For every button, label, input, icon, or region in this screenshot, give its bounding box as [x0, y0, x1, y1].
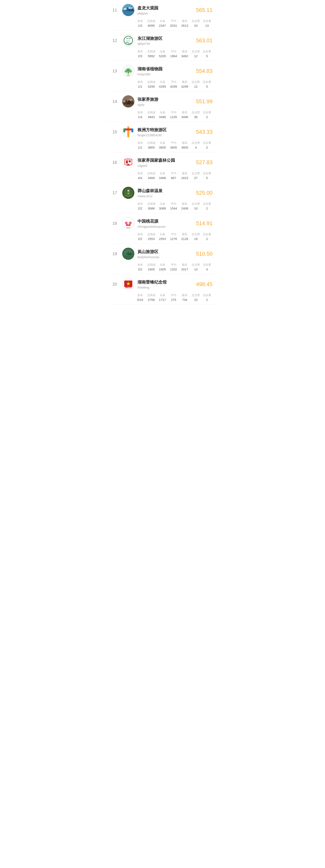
stat-toutiao: 头条 1717 — [157, 293, 168, 302]
stat-value-zongdianzhan: 4 — [190, 146, 201, 149]
avatar: 东江湖 旅游景区 — [122, 34, 135, 47]
name-zh: 株洲方特旅游区 — [137, 127, 194, 133]
name-en: langshanlvyouqu — [137, 255, 194, 259]
stats-row: 发布 1/3 总阅读 6095 头条 2347 平均 2031 最高 2613 … — [112, 19, 213, 27]
stat-label-fabu: 发布 — [135, 80, 145, 84]
stat-label-zongyuedu: 总阅读 — [145, 50, 157, 54]
stat-value-toutiao: 3496 — [157, 115, 168, 119]
stat-value-zuigao: 734 — [179, 298, 190, 302]
stat-value-zongzaikan: 2 — [201, 298, 213, 302]
list-item-12: 12 东江湖 旅游景区 东江湖旅游区 djhly0735 563.01 发布 2… — [108, 30, 217, 61]
avatar: 桃花源 — [122, 217, 135, 229]
stat-zongdianzhan: 总点赞 36 — [190, 111, 201, 119]
stat-label-pingjun: 平均 — [168, 141, 179, 145]
stats-row: 发布 5/10 总阅读 2756 头条 1717 平均 275 最高 734 总… — [112, 293, 213, 302]
stat-zongyuedu: 总阅读 4299 — [145, 80, 157, 88]
stats-row: 发布 2/2 总阅读 3088 头条 3088 平均 1544 最高 2408 … — [112, 202, 213, 210]
stat-value-pingjun: 867 — [168, 176, 179, 180]
stat-zongdianzhan: 总点赞 43 — [190, 19, 201, 27]
stat-label-zongyuedu: 总阅读 — [145, 293, 157, 297]
stat-label-zongyuedu: 总阅读 — [145, 172, 157, 175]
list-item-20: 20 雷锋纪念馆 湖南雷锋纪念馆 hnleifeng 498.45 发布 5/1… — [108, 274, 217, 305]
name-en: zjjwly — [137, 103, 194, 106]
stat-label-zongdianzhan: 总点赞 — [190, 80, 201, 84]
stat-value-zongdianzhan: 12 — [190, 85, 201, 88]
avatar — [122, 247, 135, 260]
list-item-16: 16 张家界国家森林公园 vzjjpark 527.83 发布 4/4 — [108, 152, 217, 183]
name-en: mswq-2012 — [137, 194, 194, 198]
stat-value-zuigao: 3496 — [179, 115, 190, 119]
stat-label-fabu: 发布 — [135, 202, 145, 206]
svg-point-4 — [124, 8, 127, 10]
stat-value-pingjun: 1202 — [168, 268, 179, 271]
svg-text:1985: 1985 — [127, 75, 130, 76]
item-header-13: 13 1985 湖南省植物园 hnbg1985 554.83 — [112, 65, 213, 77]
item-header-11: 11 盘龙大观园 pldgywx 565.11 — [112, 4, 213, 16]
name-en: hnleifeng — [137, 286, 194, 289]
stat-label-zongdianzhan: 总点赞 — [190, 111, 201, 114]
stat-zongzaikan: 总在看 2 — [201, 111, 213, 119]
name-zh: 莽山森林温泉 — [137, 188, 194, 194]
avatar: 1985 — [122, 65, 135, 77]
stat-zongdianzhan: 总点赞 19 — [190, 232, 201, 241]
stat-value-pingjun: 1964 — [168, 54, 179, 58]
stat-value-zongdianzhan: 27 — [190, 176, 201, 180]
stat-label-zongdianzhan: 总点赞 — [190, 172, 201, 175]
stat-value-toutiao: 1717 — [157, 298, 168, 302]
stat-zuigao: 最高 1623 — [179, 172, 190, 180]
stat-label-zuigao: 最高 — [179, 172, 190, 175]
stat-value-zongyuedu: 2553 — [145, 237, 157, 241]
stat-value-toutiao: 2553 — [157, 237, 168, 241]
rank-number: 16 — [112, 160, 119, 165]
stat-value-toutiao: 3088 — [157, 207, 168, 210]
stat-label-pingjun: 平均 — [168, 50, 179, 54]
stat-toutiao: 头条 2347 — [157, 19, 168, 27]
stat-label-zongzaikan: 总在看 — [201, 50, 213, 54]
stat-label-zongyuedu: 总阅读 — [145, 232, 157, 236]
stat-label-pingjun: 平均 — [168, 263, 179, 267]
score: 527.83 — [196, 159, 213, 166]
name-zh: 张家界国家森林公园 — [137, 158, 194, 163]
stat-label-zongyuedu: 总阅读 — [145, 111, 157, 114]
stat-label-zongzaikan: 总在看 — [201, 232, 213, 236]
stat-value-zongzaikan: 2 — [201, 115, 213, 119]
stat-label-pingjun: 平均 — [168, 80, 179, 84]
svg-rect-28 — [129, 160, 131, 162]
stat-label-zongdianzhan: 总点赞 — [190, 50, 201, 54]
avatar — [122, 156, 135, 168]
stat-value-fabu: 1/1 — [135, 146, 145, 149]
stat-value-zongzaikan: 5 — [201, 176, 213, 180]
stat-value-zongdianzhan: 19 — [190, 237, 201, 241]
list-item-13: 13 1985 湖南省植物园 hnbg1985 554.83 发布 1/1 总阅… — [108, 61, 217, 91]
stat-label-fabu: 发布 — [135, 172, 145, 175]
name-zh: 中国桃花源 — [137, 218, 194, 224]
stat-zongdianzhan: 总点赞 27 — [190, 172, 201, 180]
stats-row: 发布 1/4 总阅读 4943 头条 3496 平均 1235 最高 3496 … — [112, 111, 213, 119]
stat-fabu: 发布 1/1 — [135, 80, 145, 88]
name-block: 张家界旅游 zjjwly — [137, 97, 194, 106]
stat-value-zongdianzhan: 15 — [190, 298, 201, 302]
stats-row: 发布 1/1 总阅读 4299 头条 4299 平均 4299 最高 4299 … — [112, 80, 213, 88]
stat-zongdianzhan: 总点赞 14 — [190, 263, 201, 271]
name-block: 盘龙大观园 pldgywx — [137, 5, 194, 15]
stat-value-zuigao: 4299 — [179, 85, 190, 88]
stat-value-fabu: 1/3 — [135, 24, 145, 27]
stat-zuigao: 最高 3496 — [179, 111, 190, 119]
stat-toutiao: 头条 4299 — [157, 80, 168, 88]
stat-value-toutiao: 3805 — [157, 146, 168, 149]
stats-row: 发布 2/3 总阅读 5892 头条 5205 平均 1964 最高 3462 … — [112, 50, 213, 58]
stat-label-fabu: 发布 — [135, 19, 145, 23]
stat-value-fabu: 5/10 — [135, 298, 145, 302]
name-zh: 岚山旅游区 — [137, 249, 194, 254]
name-block: 株洲方特旅游区 fangte1229854245 — [137, 127, 194, 137]
stat-zongyuedu: 总阅读 3468 — [145, 172, 157, 180]
stat-label-zuigao: 最高 — [179, 19, 190, 23]
name-zh: 张家界旅游 — [137, 97, 194, 102]
name-en: zhongguotaohuayuan — [137, 225, 194, 228]
stat-value-fabu: 1/1 — [135, 85, 145, 88]
svg-rect-27 — [126, 160, 128, 163]
stat-zongyuedu: 总阅读 2405 — [145, 263, 157, 271]
list-item-19: 19 岚山旅游区 langshanlvyouqu 510.50 发布 2/2 总… — [108, 244, 217, 274]
stat-label-zongdianzhan: 总点赞 — [190, 19, 201, 23]
stats-row: 发布 2/2 总阅读 2405 头条 2405 平均 1202 最高 2017 … — [112, 263, 213, 271]
